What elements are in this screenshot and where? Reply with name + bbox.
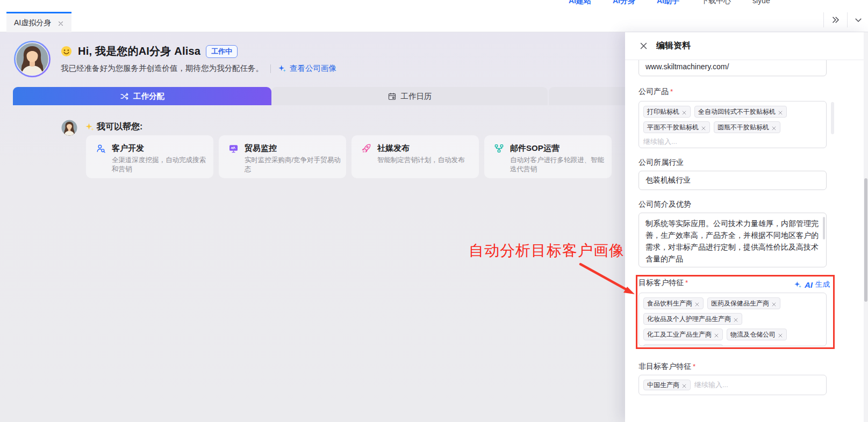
remove-tag-icon[interactable]	[778, 332, 783, 337]
tag-chip: 电子产品及家电生产商	[643, 344, 723, 346]
card-header: 贸易监控	[228, 143, 339, 154]
tag-label: 平面不干胶贴标机	[647, 123, 699, 132]
window-scrollbar-thumb[interactable]	[864, 178, 867, 302]
tab-strip: AI虚拟分身	[0, 6, 868, 32]
ai-button-label: 生成	[815, 280, 830, 289]
remove-tag-icon[interactable]	[694, 301, 700, 306]
products-tag-input[interactable]: 打印贴标机 全自动回转式不干胶贴标机 平面不干胶贴标机 圆瓶不干胶贴标机	[639, 101, 827, 148]
field-label-profile: 公司简介及优势	[639, 200, 691, 209]
app-window: AI建站 AI分身 AI助手 下载中心 siyue AI虚拟分身	[0, 0, 868, 422]
chevrons-right-icon[interactable]	[830, 15, 840, 25]
card-title: 贸易监控	[245, 143, 277, 154]
remove-tag-icon[interactable]	[778, 109, 783, 114]
panel-header: 编辑资料	[625, 32, 868, 60]
divider	[847, 12, 848, 27]
nav-item[interactable]: AI分身	[613, 0, 635, 3]
remove-tag-icon[interactable]	[682, 109, 687, 114]
capability-card[interactable]: 邮件SOP运营 自动对客户进行多轮跟进、智能迭代营销	[484, 135, 612, 178]
top-navigation: AI建站 AI分身 AI助手 下载中心 siyue	[569, 0, 868, 6]
tab-work-calendar[interactable]: 工作日历	[271, 87, 548, 105]
capability-card[interactable]: 客户开发 全渠道深度挖掘，自动完成搜索和营销	[86, 135, 213, 178]
remove-tag-icon[interactable]	[701, 125, 706, 130]
required-mark: *	[670, 88, 673, 96]
status-badge: 工作中	[206, 45, 238, 58]
tab-hidden[interactable]	[549, 87, 635, 105]
tag-chip: 化工及工业产品生产商	[643, 329, 723, 340]
tag-label: 食品饮料生产商	[647, 299, 692, 308]
card-header: 邮件SOP运营	[494, 143, 604, 154]
chevron-down-icon[interactable]	[853, 15, 863, 25]
nav-item[interactable]: AI建站	[569, 0, 591, 3]
sparkle-icon	[85, 122, 95, 132]
required-mark: *	[693, 362, 695, 370]
hero-subtitle: 我已经准备好为您服务并创造价值，期待您为我分配任务。	[61, 63, 263, 74]
card-description: 智能制定营销计划，自动发布	[377, 156, 475, 165]
nav-item-username[interactable]: siyue	[752, 0, 770, 3]
capability-card[interactable]: 贸易监控 实时监控采购商/竞争对手贸易动态	[219, 135, 346, 178]
tag-chip: 化妆品及个人护理产品生产商	[643, 313, 742, 325]
view-company-profile-link[interactable]: 查看公司画像	[278, 63, 336, 74]
tag-label: 电子产品及家电生产商	[647, 346, 712, 346]
industry-input[interactable]	[639, 171, 827, 190]
tag-chip: 打印贴标机	[643, 106, 691, 118]
tab-label: 工作分配	[133, 91, 164, 101]
tag-input-placeholder[interactable]: 继续输入...	[694, 380, 728, 390]
nav-item-download-center[interactable]: 下载中心	[701, 0, 731, 3]
window-scrollbar[interactable]	[864, 32, 868, 422]
card-icon	[494, 143, 504, 154]
panel-scrollbar-thumb[interactable]	[831, 102, 834, 134]
hero-subtitle-row: 我已经准备好为您服务并创造价值，期待您为我分配任务。 查看公司画像	[61, 63, 336, 74]
ai-generate-button[interactable]: AI 生成	[794, 280, 830, 289]
tag-label: 物流及仓储公司	[730, 330, 776, 339]
target-customers-tag-input[interactable]: 食品饮料生产商 医药及保健品生产商 化妆品及个人护理产品生产商 化工及工业产品生…	[639, 293, 827, 346]
card-title: 邮件SOP运营	[510, 143, 559, 154]
card-description: 全渠道深度挖掘，自动完成搜索和营销	[112, 156, 210, 174]
divider	[270, 64, 271, 73]
card-description: 自动对客户进行多轮跟进、智能迭代营销	[510, 156, 608, 174]
remove-tag-icon[interactable]	[771, 125, 777, 130]
tag-chip: 物流及仓储公司	[727, 329, 787, 340]
tab-ai-virtual-avatar[interactable]: AI虚拟分身	[6, 12, 71, 32]
card-description: 实时监控采购商/竞争对手贸易动态	[245, 156, 342, 174]
tag-chip: 全自动回转式不干胶贴标机	[694, 106, 787, 118]
annotation-text: 自动分析目标客户画像	[469, 241, 625, 261]
card-icon	[361, 143, 371, 154]
avatar	[14, 41, 51, 77]
card-icon	[228, 143, 239, 154]
avatar-photo	[15, 42, 49, 76]
tag-label: 中国生产商	[647, 381, 679, 389]
textarea-scrollbar-thumb[interactable]	[823, 217, 825, 239]
ai-button-prefix: AI	[805, 280, 813, 289]
remove-tag-icon[interactable]	[771, 301, 777, 306]
tag-label: 医药及保健品生产商	[711, 299, 769, 308]
remove-tag-icon[interactable]	[733, 316, 738, 322]
card-title: 社媒发布	[377, 143, 410, 154]
tag-chip: 食品饮料生产商	[643, 297, 704, 309]
tag-chip: 平面不干胶贴标机	[643, 121, 710, 133]
tag-label: 圆瓶不干胶贴标机	[718, 123, 769, 132]
nav-item[interactable]: AI助手	[657, 0, 679, 3]
avatar-small	[61, 120, 77, 136]
tag-chip: 圆瓶不干胶贴标机	[714, 121, 780, 133]
tag-input-placeholder[interactable]: 继续输入...	[643, 137, 822, 147]
divider	[823, 12, 824, 27]
panel-title: 编辑资料	[656, 40, 691, 52]
capability-card[interactable]: 社媒发布 智能制定营销计划，自动发布	[351, 135, 479, 178]
company-profile-textarea[interactable]: 制系统等实际应用。公司技术力量雄厚，内部管理完善，生产效率高，产品齐全，并根据不…	[639, 213, 827, 267]
field-label-industry: 公司所属行业	[639, 158, 684, 168]
card-icon	[96, 143, 106, 154]
tag-chip: 中国生产商	[643, 380, 691, 390]
remove-tag-icon[interactable]	[682, 382, 687, 388]
field-label-target-customers: 目标客户特征*	[639, 278, 688, 288]
card-title: 客户开发	[112, 143, 144, 154]
greeting-title: Hi, 我是您的AI分身 Alisa	[78, 44, 200, 59]
close-tab-icon[interactable]	[58, 20, 64, 26]
tab-work-assignment[interactable]: 工作分配	[13, 87, 271, 105]
close-panel-icon[interactable]	[639, 41, 648, 50]
tab-label: 工作日历	[401, 91, 432, 101]
sparkle-icon	[278, 64, 286, 73]
remove-tag-icon[interactable]	[714, 332, 719, 337]
tab-label: AI虚拟分身	[14, 18, 51, 28]
hero-title-row: Hi, 我是您的AI分身 Alisa 工作中	[60, 44, 238, 59]
non-target-customers-tag-input[interactable]: 中国生产商 继续输入...	[639, 375, 827, 395]
